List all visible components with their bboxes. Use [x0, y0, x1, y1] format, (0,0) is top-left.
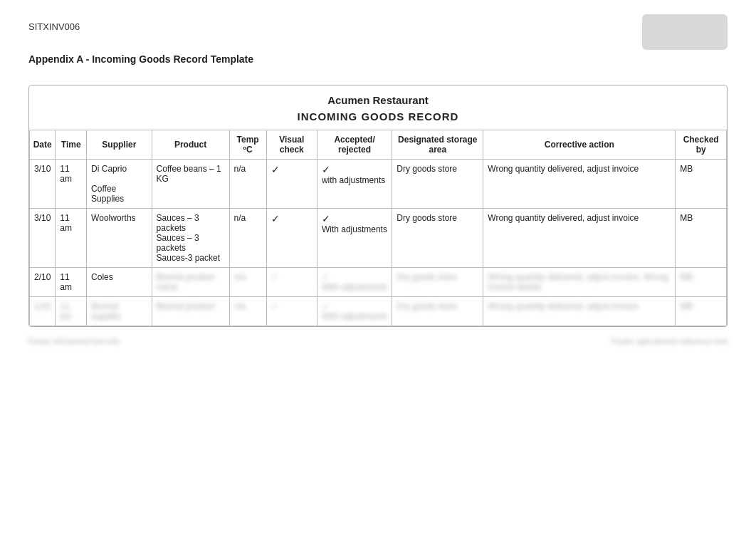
cell-supplier: Blurred supplier [87, 297, 152, 326]
cell-checked-by: MB [676, 209, 727, 268]
table-header-row: Date Time Supplier Product Temp ºC Visua… [30, 130, 727, 160]
footer-right: Footer right blurred reference text [611, 337, 728, 346]
col-time: Time [56, 130, 87, 160]
cell-date: 2/10 [30, 268, 56, 297]
cell-corrective: Wrong quantity delivered, adjust invoice [483, 209, 676, 268]
cell-product: Blurred product [152, 297, 229, 326]
cell-accepted: ✓with adjustments [317, 160, 392, 209]
col-date: Date [30, 130, 56, 160]
col-visual-check: Visual check [266, 130, 317, 160]
cell-checked-by: MB [676, 268, 727, 297]
cell-temp: n/a [229, 297, 266, 326]
incoming-goods-table: Date Time Supplier Product Temp ºC Visua… [29, 130, 727, 326]
footer-left: Footer left blurred text info [28, 337, 120, 346]
cell-storage: Dry goods store [392, 209, 483, 268]
col-product: Product [152, 130, 229, 160]
cell-accepted: ✓With adjustments [317, 209, 392, 268]
main-table-container: Acumen Restaurant INCOMING GOODS RECORD … [28, 85, 728, 327]
doc-id: SITXINV006 [28, 21, 253, 32]
cell-accepted: ✓With adjustments [317, 297, 392, 326]
cell-time: 11 am [56, 297, 87, 326]
cell-storage: Dry goods store [392, 297, 483, 326]
col-checked-by: Checked by [676, 130, 727, 160]
cell-accepted: ✓With adjustments [317, 268, 392, 297]
cell-visual-check: ✓ [266, 268, 317, 297]
cell-temp: n/a [229, 160, 266, 209]
cell-time: 11 am [56, 160, 87, 209]
col-accepted: Accepted/ rejected [317, 130, 392, 160]
cell-storage: Dry goods store [392, 160, 483, 209]
cell-time: 11 am [56, 268, 87, 297]
restaurant-name: Acumen Restaurant [29, 85, 727, 109]
cell-checked-by: MB [676, 297, 727, 326]
cell-visual-check: ✓ [266, 160, 317, 209]
record-title: INCOMING GOODS RECORD [29, 109, 727, 130]
cell-supplier: Coles [87, 268, 152, 297]
appendix-title: Appendix A - Incoming Goods Record Templ… [28, 53, 253, 65]
col-corrective: Corrective action [483, 130, 676, 160]
page: SITXINV006 Appendix A - Incoming Goods R… [0, 0, 756, 535]
cell-visual-check: ✓ [266, 209, 317, 268]
cell-time: 11 am [56, 209, 87, 268]
table-row: 3/10 11 am Di CaprioCoffee Supplies Coff… [30, 160, 727, 209]
footer-row: Footer left blurred text info Footer rig… [28, 337, 728, 346]
cell-product: Blurred product name [152, 268, 229, 297]
cell-corrective: Wrong quantity delivered, adjust invoice… [483, 268, 676, 297]
col-supplier: Supplier [87, 130, 152, 160]
cell-temp: n/a [229, 268, 266, 297]
cell-supplier: Di CaprioCoffee Supplies [87, 160, 152, 209]
col-storage: Designated storage area [392, 130, 483, 160]
cell-date: 1/10 [30, 297, 56, 326]
cell-visual-check: ✓ [266, 297, 317, 326]
table-row: 2/10 11 am Coles Blurred product name n/… [30, 268, 727, 297]
cell-date: 3/10 [30, 160, 56, 209]
cell-date: 3/10 [30, 209, 56, 268]
header-row: SITXINV006 Appendix A - Incoming Goods R… [28, 14, 728, 78]
logo-image [642, 14, 728, 50]
table-row: 3/10 11 am Woolworths Sauces – 3 packets… [30, 209, 727, 268]
cell-corrective: Wrong quantity delivered, adjust invoice [483, 297, 676, 326]
cell-product: Coffee beans – 1 KG [152, 160, 229, 209]
cell-checked-by: MB [676, 160, 727, 209]
cell-temp: n/a [229, 209, 266, 268]
cell-product: Sauces – 3 packetsSauces – 3 packetsSauc… [152, 209, 229, 268]
col-temp: Temp ºC [229, 130, 266, 160]
cell-corrective: Wrong quantity delivered, adjust invoice [483, 160, 676, 209]
table-row: 1/10 11 am Blurred supplier Blurred prod… [30, 297, 727, 326]
cell-storage: Dry goods store [392, 268, 483, 297]
cell-supplier: Woolworths [87, 209, 152, 268]
